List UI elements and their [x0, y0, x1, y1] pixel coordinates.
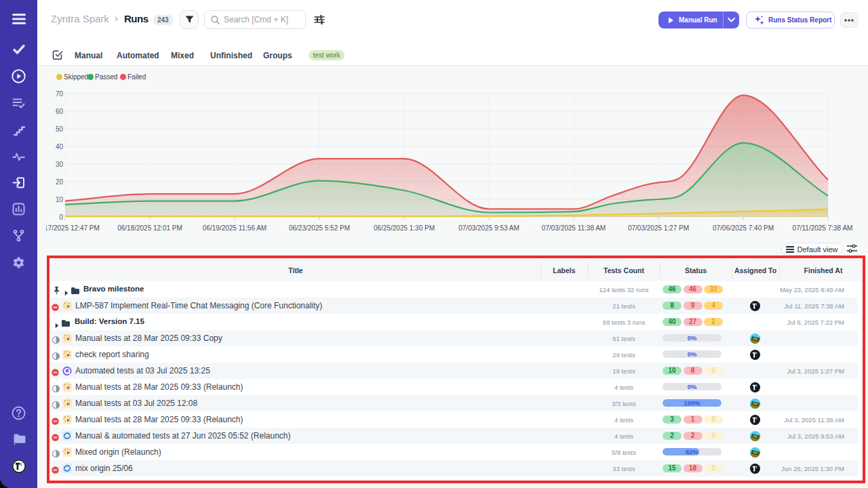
svg-text:06/23/2025 5:52 PM: 06/23/2025 5:52 PM	[289, 224, 350, 232]
svg-text:06/18/2025 12:01 PM: 06/18/2025 12:01 PM	[117, 224, 182, 232]
svg-text:10: 10	[56, 196, 64, 203]
svg-text:06/25/2025 1:30 PM: 06/25/2025 1:30 PM	[374, 224, 435, 232]
svg-text:06/19/2025 11:56 AM: 06/19/2025 11:56 AM	[203, 224, 267, 232]
svg-text:20: 20	[56, 178, 64, 186]
svg-text:06/17/2025 12:47 PM: 06/17/2025 12:47 PM	[46, 224, 100, 232]
svg-text:70: 70	[56, 90, 64, 98]
svg-text:07/03/2025 9:53 AM: 07/03/2025 9:53 AM	[458, 224, 519, 232]
svg-text:0: 0	[59, 214, 63, 221]
svg-text:40: 40	[56, 143, 64, 150]
svg-text:07/06/2025 7:40 PM: 07/06/2025 7:40 PM	[713, 224, 774, 232]
svg-text:07/03/2025 1:27 PM: 07/03/2025 1:27 PM	[628, 224, 689, 232]
svg-text:30: 30	[56, 161, 64, 168]
svg-text:50: 50	[56, 125, 64, 133]
svg-text:07/11/2025 7:38 AM: 07/11/2025 7:38 AM	[793, 224, 853, 232]
svg-text:60: 60	[56, 108, 64, 115]
svg-text:07/03/2025 11:38 AM: 07/03/2025 11:38 AM	[542, 224, 606, 232]
